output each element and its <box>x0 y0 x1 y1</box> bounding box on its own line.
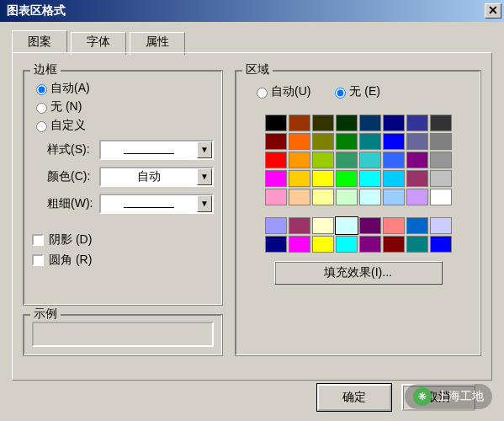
color-swatch[interactable] <box>359 189 381 205</box>
round-checkbox[interactable] <box>32 254 44 266</box>
area-legend: 区域 <box>242 62 273 77</box>
color-swatch[interactable] <box>289 217 310 234</box>
color-swatch[interactable] <box>359 152 381 168</box>
color-swatch[interactable] <box>289 152 310 168</box>
color-swatch[interactable] <box>312 133 334 150</box>
border-custom-radio[interactable] <box>36 121 47 132</box>
example-preview <box>32 322 214 347</box>
shadow-label: 阴影 (D) <box>49 232 92 248</box>
color-swatch[interactable] <box>406 170 428 187</box>
weight-combo[interactable]: ▼ <box>99 194 214 214</box>
color-swatch[interactable] <box>383 152 405 168</box>
color-swatch[interactable] <box>265 170 287 187</box>
color-swatch[interactable] <box>359 236 381 253</box>
border-none-radio[interactable] <box>36 103 47 114</box>
area-auto-label: 自动(U) <box>271 84 310 99</box>
color-swatch[interactable] <box>289 133 310 150</box>
dropdown-icon[interactable]: ▼ <box>197 168 212 185</box>
color-swatch[interactable] <box>383 189 405 205</box>
color-palette-extra <box>265 217 452 253</box>
fill-effects-button[interactable]: 填充效果(I)... <box>274 261 443 285</box>
color-swatch[interactable] <box>265 152 287 168</box>
color-swatch[interactable] <box>430 115 452 131</box>
color-swatch[interactable] <box>430 236 452 253</box>
style-combo[interactable]: ▼ <box>99 140 214 160</box>
tab-pattern[interactable]: 图案 <box>12 30 67 53</box>
color-swatch[interactable] <box>336 115 358 131</box>
color-swatch[interactable] <box>359 217 381 234</box>
color-swatch[interactable] <box>312 152 334 168</box>
tab-font[interactable]: 字体 <box>71 32 126 55</box>
border-auto-label: 自动(A) <box>50 81 90 96</box>
color-swatch[interactable] <box>265 217 287 234</box>
example-group: 示例 <box>23 314 223 356</box>
border-custom-label: 自定义 <box>50 118 86 133</box>
color-swatch[interactable] <box>312 217 334 234</box>
color-swatch[interactable] <box>359 115 381 131</box>
tab-panel: 边框 自动(A) 无 (N) 自定义 样式(S): ▼ 颜色(C): 自动▼ 粗… <box>12 52 492 381</box>
color-palette-main <box>265 115 452 205</box>
color-swatch[interactable] <box>430 152 452 168</box>
area-none-radio[interactable] <box>335 88 346 99</box>
close-button[interactable]: ✕ <box>485 3 501 19</box>
color-swatch[interactable] <box>406 115 428 131</box>
color-swatch[interactable] <box>406 152 428 168</box>
wechat-icon: ❋ <box>413 387 432 406</box>
area-auto-radio[interactable] <box>257 88 268 99</box>
style-label: 样式(S): <box>32 142 99 157</box>
dropdown-icon[interactable]: ▼ <box>197 141 212 158</box>
tab-strip: 图案 字体 属性 <box>12 30 492 53</box>
color-swatch[interactable] <box>406 217 428 234</box>
color-swatch[interactable] <box>430 217 452 234</box>
border-group: 边框 自动(A) 无 (N) 自定义 样式(S): ▼ 颜色(C): 自动▼ 粗… <box>23 70 223 306</box>
title-bar: 图表区格式 ✕ <box>0 0 504 22</box>
color-swatch[interactable] <box>289 189 310 205</box>
color-label: 颜色(C): <box>32 169 99 184</box>
border-legend: 边框 <box>30 62 61 77</box>
color-swatch[interactable] <box>383 133 405 150</box>
color-swatch[interactable] <box>265 189 287 205</box>
color-swatch[interactable] <box>383 236 405 253</box>
dropdown-icon[interactable]: ▼ <box>197 195 212 212</box>
color-swatch[interactable] <box>336 170 358 187</box>
border-auto-radio[interactable] <box>36 84 47 95</box>
shadow-checkbox[interactable] <box>32 234 44 246</box>
color-swatch[interactable] <box>312 170 334 187</box>
color-swatch[interactable] <box>336 152 358 168</box>
color-value: 自动 <box>101 169 197 184</box>
color-swatch[interactable] <box>430 189 452 205</box>
window-title: 图表区格式 <box>7 3 66 19</box>
color-swatch[interactable] <box>406 189 428 205</box>
color-combo[interactable]: 自动▼ <box>99 167 214 187</box>
color-swatch[interactable] <box>406 133 428 150</box>
color-swatch[interactable] <box>359 133 381 150</box>
color-swatch[interactable] <box>359 170 381 187</box>
color-swatch[interactable] <box>312 189 334 205</box>
weight-label: 粗细(W): <box>32 196 99 211</box>
color-swatch[interactable] <box>383 170 405 187</box>
color-swatch[interactable] <box>265 236 287 253</box>
color-swatch[interactable] <box>336 189 358 205</box>
color-swatch[interactable] <box>336 133 358 150</box>
color-swatch[interactable] <box>383 217 405 234</box>
color-swatch[interactable] <box>406 236 428 253</box>
color-swatch[interactable] <box>312 236 334 253</box>
border-none-label: 无 (N) <box>50 99 82 115</box>
color-swatch[interactable] <box>336 236 358 253</box>
example-legend: 示例 <box>30 306 61 322</box>
ok-button[interactable]: 确定 <box>317 384 391 411</box>
color-swatch[interactable] <box>265 115 287 131</box>
color-swatch[interactable] <box>336 217 358 234</box>
watermark-text: 上海工地 <box>437 389 484 404</box>
color-swatch[interactable] <box>430 133 452 150</box>
color-swatch[interactable] <box>289 170 310 187</box>
color-swatch[interactable] <box>312 115 334 131</box>
color-swatch[interactable] <box>430 170 452 187</box>
area-group: 区域 自动(U) 无 (E) 填充效果(I)... <box>235 70 481 356</box>
area-none-label: 无 (E) <box>349 84 380 99</box>
color-swatch[interactable] <box>265 133 287 150</box>
color-swatch[interactable] <box>383 115 405 131</box>
color-swatch[interactable] <box>289 236 310 253</box>
tab-attributes[interactable]: 属性 <box>130 32 185 55</box>
color-swatch[interactable] <box>289 115 310 131</box>
